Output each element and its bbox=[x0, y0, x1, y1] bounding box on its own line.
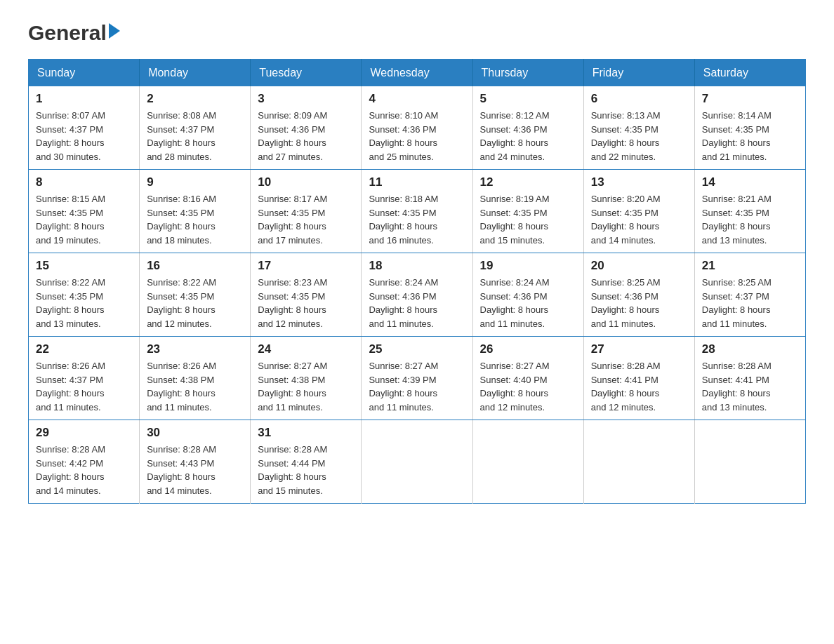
day-number: 30 bbox=[147, 426, 243, 440]
table-row bbox=[583, 420, 694, 504]
day-info: Sunrise: 8:18 AM Sunset: 4:35 PM Dayligh… bbox=[369, 192, 465, 247]
table-row: 31Sunrise: 8:28 AM Sunset: 4:44 PM Dayli… bbox=[251, 420, 362, 504]
day-number: 18 bbox=[369, 259, 465, 273]
day-info: Sunrise: 8:27 AM Sunset: 4:39 PM Dayligh… bbox=[369, 359, 465, 414]
day-info: Sunrise: 8:09 AM Sunset: 4:36 PM Dayligh… bbox=[258, 109, 354, 163]
day-number: 17 bbox=[258, 259, 354, 273]
day-info: Sunrise: 8:17 AM Sunset: 4:35 PM Dayligh… bbox=[258, 192, 354, 247]
table-row: 14Sunrise: 8:21 AM Sunset: 4:35 PM Dayli… bbox=[694, 170, 805, 253]
day-number: 13 bbox=[591, 175, 687, 189]
table-row: 9Sunrise: 8:16 AM Sunset: 4:35 PM Daylig… bbox=[140, 170, 251, 253]
table-row: 4Sunrise: 8:10 AM Sunset: 4:36 PM Daylig… bbox=[362, 86, 472, 170]
page-header: General bbox=[28, 21, 806, 45]
calendar-week-row: 29Sunrise: 8:28 AM Sunset: 4:42 PM Dayli… bbox=[29, 420, 806, 504]
day-info: Sunrise: 8:28 AM Sunset: 4:43 PM Dayligh… bbox=[147, 443, 243, 497]
table-row: 6Sunrise: 8:13 AM Sunset: 4:35 PM Daylig… bbox=[583, 86, 694, 170]
day-number: 2 bbox=[147, 92, 243, 106]
day-number: 26 bbox=[480, 342, 576, 356]
table-row: 7Sunrise: 8:14 AM Sunset: 4:35 PM Daylig… bbox=[694, 86, 805, 170]
day-number: 10 bbox=[258, 175, 354, 189]
calendar-week-row: 8Sunrise: 8:15 AM Sunset: 4:35 PM Daylig… bbox=[29, 170, 806, 253]
day-number: 22 bbox=[36, 342, 132, 356]
table-row: 8Sunrise: 8:15 AM Sunset: 4:35 PM Daylig… bbox=[29, 170, 140, 253]
table-row bbox=[694, 420, 805, 504]
day-info: Sunrise: 8:25 AM Sunset: 4:36 PM Dayligh… bbox=[591, 276, 687, 330]
table-row: 23Sunrise: 8:26 AM Sunset: 4:38 PM Dayli… bbox=[140, 337, 251, 420]
day-number: 7 bbox=[702, 92, 798, 106]
day-info: Sunrise: 8:23 AM Sunset: 4:35 PM Dayligh… bbox=[258, 276, 354, 330]
table-row: 10Sunrise: 8:17 AM Sunset: 4:35 PM Dayli… bbox=[251, 170, 362, 253]
day-number: 31 bbox=[258, 426, 354, 440]
logo-triangle-icon bbox=[109, 23, 120, 39]
day-number: 20 bbox=[591, 259, 687, 273]
day-number: 28 bbox=[702, 342, 798, 356]
day-number: 21 bbox=[702, 259, 798, 273]
table-row: 18Sunrise: 8:24 AM Sunset: 4:36 PM Dayli… bbox=[362, 253, 472, 337]
table-row: 24Sunrise: 8:27 AM Sunset: 4:38 PM Dayli… bbox=[251, 337, 362, 420]
table-row: 1Sunrise: 8:07 AM Sunset: 4:37 PM Daylig… bbox=[29, 86, 140, 170]
calendar-week-row: 15Sunrise: 8:22 AM Sunset: 4:35 PM Dayli… bbox=[29, 253, 806, 337]
table-row: 12Sunrise: 8:19 AM Sunset: 4:35 PM Dayli… bbox=[472, 170, 583, 253]
day-number: 27 bbox=[591, 342, 687, 356]
header-tuesday: Tuesday bbox=[251, 60, 362, 87]
day-number: 3 bbox=[258, 92, 354, 106]
table-row bbox=[362, 420, 472, 504]
day-info: Sunrise: 8:28 AM Sunset: 4:41 PM Dayligh… bbox=[702, 359, 798, 414]
calendar-week-row: 1Sunrise: 8:07 AM Sunset: 4:37 PM Daylig… bbox=[29, 86, 806, 170]
table-row: 2Sunrise: 8:08 AM Sunset: 4:37 PM Daylig… bbox=[140, 86, 251, 170]
calendar-table: Sunday Monday Tuesday Wednesday Thursday… bbox=[28, 59, 806, 504]
table-row: 28Sunrise: 8:28 AM Sunset: 4:41 PM Dayli… bbox=[694, 337, 805, 420]
table-row: 26Sunrise: 8:27 AM Sunset: 4:40 PM Dayli… bbox=[472, 337, 583, 420]
day-number: 8 bbox=[36, 175, 132, 189]
day-info: Sunrise: 8:28 AM Sunset: 4:44 PM Dayligh… bbox=[258, 443, 354, 497]
table-row: 20Sunrise: 8:25 AM Sunset: 4:36 PM Dayli… bbox=[583, 253, 694, 337]
day-info: Sunrise: 8:22 AM Sunset: 4:35 PM Dayligh… bbox=[36, 276, 132, 330]
day-info: Sunrise: 8:27 AM Sunset: 4:38 PM Dayligh… bbox=[258, 359, 354, 414]
table-row: 5Sunrise: 8:12 AM Sunset: 4:36 PM Daylig… bbox=[472, 86, 583, 170]
day-number: 16 bbox=[147, 259, 243, 273]
table-row: 17Sunrise: 8:23 AM Sunset: 4:35 PM Dayli… bbox=[251, 253, 362, 337]
day-number: 19 bbox=[480, 259, 576, 273]
day-info: Sunrise: 8:19 AM Sunset: 4:35 PM Dayligh… bbox=[480, 192, 576, 247]
header-saturday: Saturday bbox=[694, 60, 805, 87]
logo-general: General bbox=[28, 21, 107, 45]
day-info: Sunrise: 8:08 AM Sunset: 4:37 PM Dayligh… bbox=[147, 109, 243, 163]
day-number: 4 bbox=[369, 92, 465, 106]
day-info: Sunrise: 8:24 AM Sunset: 4:36 PM Dayligh… bbox=[480, 276, 576, 330]
day-info: Sunrise: 8:26 AM Sunset: 4:38 PM Dayligh… bbox=[147, 359, 243, 414]
header-friday: Friday bbox=[583, 60, 694, 87]
table-row: 29Sunrise: 8:28 AM Sunset: 4:42 PM Dayli… bbox=[29, 420, 140, 504]
day-number: 12 bbox=[480, 175, 576, 189]
day-number: 11 bbox=[369, 175, 465, 189]
table-row: 15Sunrise: 8:22 AM Sunset: 4:35 PM Dayli… bbox=[29, 253, 140, 337]
day-info: Sunrise: 8:28 AM Sunset: 4:41 PM Dayligh… bbox=[591, 359, 687, 414]
table-row bbox=[472, 420, 583, 504]
day-number: 23 bbox=[147, 342, 243, 356]
day-info: Sunrise: 8:13 AM Sunset: 4:35 PM Dayligh… bbox=[591, 109, 687, 163]
table-row: 30Sunrise: 8:28 AM Sunset: 4:43 PM Dayli… bbox=[140, 420, 251, 504]
table-row: 22Sunrise: 8:26 AM Sunset: 4:37 PM Dayli… bbox=[29, 337, 140, 420]
day-number: 1 bbox=[36, 92, 132, 106]
day-info: Sunrise: 8:21 AM Sunset: 4:35 PM Dayligh… bbox=[702, 192, 798, 247]
table-row: 11Sunrise: 8:18 AM Sunset: 4:35 PM Dayli… bbox=[362, 170, 472, 253]
day-info: Sunrise: 8:28 AM Sunset: 4:42 PM Dayligh… bbox=[36, 443, 132, 497]
header-sunday: Sunday bbox=[29, 60, 140, 87]
day-number: 9 bbox=[147, 175, 243, 189]
day-info: Sunrise: 8:10 AM Sunset: 4:36 PM Dayligh… bbox=[369, 109, 465, 163]
day-number: 25 bbox=[369, 342, 465, 356]
day-info: Sunrise: 8:16 AM Sunset: 4:35 PM Dayligh… bbox=[147, 192, 243, 247]
day-info: Sunrise: 8:24 AM Sunset: 4:36 PM Dayligh… bbox=[369, 276, 465, 330]
header-wednesday: Wednesday bbox=[362, 60, 472, 87]
day-info: Sunrise: 8:25 AM Sunset: 4:37 PM Dayligh… bbox=[702, 276, 798, 330]
day-number: 6 bbox=[591, 92, 687, 106]
day-number: 24 bbox=[258, 342, 354, 356]
header-thursday: Thursday bbox=[472, 60, 583, 87]
table-row: 27Sunrise: 8:28 AM Sunset: 4:41 PM Dayli… bbox=[583, 337, 694, 420]
table-row: 25Sunrise: 8:27 AM Sunset: 4:39 PM Dayli… bbox=[362, 337, 472, 420]
day-info: Sunrise: 8:22 AM Sunset: 4:35 PM Dayligh… bbox=[147, 276, 243, 330]
day-number: 15 bbox=[36, 259, 132, 273]
table-row: 21Sunrise: 8:25 AM Sunset: 4:37 PM Dayli… bbox=[694, 253, 805, 337]
day-info: Sunrise: 8:14 AM Sunset: 4:35 PM Dayligh… bbox=[702, 109, 798, 163]
day-info: Sunrise: 8:26 AM Sunset: 4:37 PM Dayligh… bbox=[36, 359, 132, 414]
table-row: 3Sunrise: 8:09 AM Sunset: 4:36 PM Daylig… bbox=[251, 86, 362, 170]
